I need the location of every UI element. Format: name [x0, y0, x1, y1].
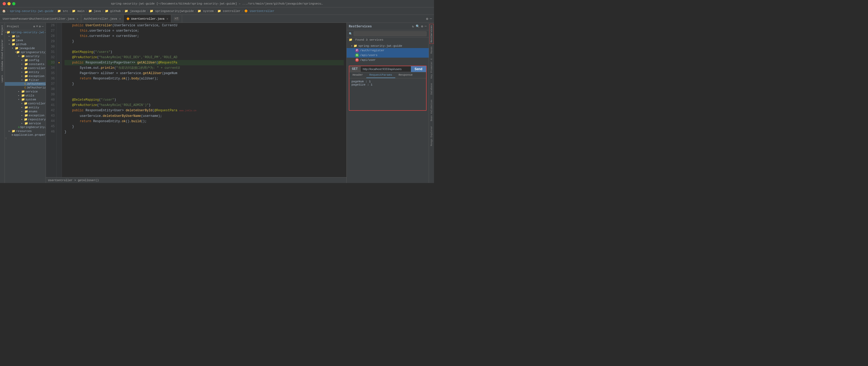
vtab-database[interactable]: Database	[430, 81, 433, 97]
settings-icon[interactable]: ⚙	[426, 17, 428, 21]
list-item[interactable]: ▾ 📁 javaguide	[5, 46, 45, 50]
folder-icon: 📁	[24, 118, 28, 121]
project-tab[interactable]: Project	[1, 23, 4, 37]
http-send-button[interactable]: Send	[411, 66, 426, 72]
list-item[interactable]: ▸ 📁 service	[5, 90, 45, 93]
minimize-panel-icon[interactable]: —	[430, 17, 432, 21]
breadcrumb-main[interactable]: 📁 main	[72, 9, 85, 13]
code-content[interactable]: public UserController(UserService userSe…	[62, 23, 346, 177]
list-item[interactable]: ▸ 📁 enums	[5, 110, 45, 114]
vtab-restservices[interactable]: RestServices	[430, 24, 434, 44]
maximize-button[interactable]	[12, 2, 16, 5]
list-item[interactable]: C JWTAuthorizationFilter	[5, 86, 45, 90]
list-item[interactable]: ▸ 📁 controller	[5, 66, 45, 70]
list-item[interactable]: ▾ 📁 filter	[5, 78, 45, 82]
folder-icon: 📁	[24, 114, 28, 117]
breadcrumb-github[interactable]: 📁 github	[105, 9, 121, 13]
list-item[interactable]: ▸ 📁 java	[5, 38, 45, 42]
minimize-button[interactable]	[7, 2, 11, 5]
breadcrumb-system[interactable]: 📁 system	[197, 9, 213, 13]
list-item[interactable]: ▸ 📁 exception	[5, 114, 45, 117]
tabs-actions: ⚙ —	[424, 15, 434, 23]
http-method-selector[interactable]: GET	[349, 66, 361, 72]
rest-endpoint-user[interactable]: D /api/user	[347, 58, 429, 62]
code-line-35: Page<User> allUser = userService.getAllU…	[64, 71, 344, 76]
list-item[interactable]: ▾ 📁 github	[5, 42, 45, 46]
alibaba-cloud-tab[interactable]: Alibaba Cloud Explorer	[1, 37, 4, 73]
breadcrumb-javaguide[interactable]: 📁 javaguide	[124, 9, 146, 13]
list-item[interactable]: ▸ 📁 exception	[5, 74, 45, 78]
list-item[interactable]: ▾ 📁 springsecurityjwtguide	[5, 50, 45, 54]
code-line-37: }	[64, 81, 344, 87]
list-item[interactable]: ▸ 📁 resources	[5, 129, 45, 133]
breadcrumb-java[interactable]: 📁 java	[88, 9, 101, 13]
folder-icon: 📁	[24, 70, 28, 74]
rest-tree-project[interactable]: ▾ 📁 spring-security-jwt-guide	[347, 43, 429, 48]
tree-item-label: enums	[29, 110, 37, 113]
list-item[interactable]: ▸ 📁 utils	[5, 93, 45, 97]
rest-tree: ▾ 📁 spring-security-jwt-guide P /auth/re…	[347, 42, 429, 63]
vtab-mongoexplorer[interactable]: Mongo Explorer	[430, 124, 433, 148]
settings-icon[interactable]: ⚙	[421, 25, 423, 28]
tab-authcontroller[interactable]: AuthController.java ✕	[81, 15, 124, 23]
vtab-beanvalidation[interactable]: Bean Validation	[430, 97, 433, 123]
tab-usercontroller[interactable]: 🔶 UserController.java ✕	[124, 15, 171, 23]
tab-usernamepassword[interactable]: UsernamePasswordAuthenticationFilter.jav…	[0, 15, 81, 23]
tab-file-icon: 🔶	[126, 17, 129, 21]
close-button[interactable]	[3, 2, 6, 5]
http-tab-response[interactable]: Response	[395, 72, 416, 78]
breadcrumb-springsecurity[interactable]: 📁 springsecurityjwtguide	[150, 9, 194, 13]
http-url-input[interactable]	[361, 66, 411, 72]
breadcrumb-item[interactable]: 🏠	[2, 9, 6, 13]
sidebar-gear-icon[interactable]: ⚙	[39, 25, 41, 28]
file-icon: C	[24, 83, 26, 86]
list-item[interactable]: ▸ 📁 controller	[5, 101, 45, 105]
list-item[interactable]: ▸ 📁 constants	[5, 62, 45, 66]
refresh-icon[interactable]: ↻	[412, 25, 414, 28]
list-item[interactable]: ▾ 📁 system	[5, 97, 45, 101]
rest-endpoint-users[interactable]: G /api/users	[347, 53, 429, 58]
tree-item-label: spring-security-jwt-guide	[11, 31, 45, 34]
breadcrumb-file[interactable]: 🔶 UserController	[244, 9, 274, 13]
folder-icon: 📁	[21, 55, 25, 58]
http-tab-header[interactable]: Header	[349, 72, 366, 78]
http-tab-requestparams[interactable]: RequestParams	[366, 72, 396, 78]
expand-arrow: ▸	[21, 114, 24, 117]
tree-item-label: javaguide	[19, 47, 35, 50]
rest-endpoint-register[interactable]: P /auth/register	[347, 48, 429, 53]
folder-icon: 📁	[24, 102, 28, 105]
list-item[interactable]: ▸ 📁 entity	[5, 70, 45, 74]
list-item[interactable]: ▾ 📁 security	[5, 54, 45, 58]
list-item[interactable]: ⚙ application.properties	[5, 133, 45, 137]
tab-more[interactable]: +7	[171, 15, 182, 23]
list-item[interactable]: A SpringSecurityJwtGuideApplication	[5, 125, 45, 129]
sidebar-add-icon[interactable]: ⊕	[33, 25, 35, 28]
folder-icon: 📁	[21, 94, 25, 97]
sidebar-title: Project	[7, 25, 19, 28]
rest-method-badge: G	[355, 53, 359, 57]
breadcrumb-project[interactable]: spring-security-jwt-guide	[10, 9, 54, 13]
search-icon[interactable]: 🔍	[416, 25, 420, 28]
list-item[interactable]: ▸ 📁 config	[5, 58, 45, 62]
rest-search-input[interactable]	[353, 31, 427, 36]
vtab-keypromoter[interactable]: Key Promoter X	[430, 56, 433, 81]
traffic-lights	[3, 2, 16, 5]
tab-close-icon[interactable]: ✕	[167, 17, 168, 21]
list-item[interactable]: ▸ 📁 entity	[5, 105, 45, 110]
breadcrumb-controller[interactable]: 📁 controller	[217, 9, 241, 13]
sidebar: Project ⊕ ≡ ⚙ — ▾ 📁 spring-security-jwt-…	[5, 23, 46, 183]
list-item[interactable]: ▸ 📁 service	[5, 121, 45, 125]
tab-close-icon[interactable]: ✕	[119, 17, 121, 21]
sidebar-settings-icon[interactable]: ≡	[36, 25, 38, 28]
breadcrumb-src[interactable]: 📁 src	[57, 9, 68, 13]
tree-root[interactable]: ▾ 📁 spring-security-jwt-guide	[5, 30, 45, 34]
learn-tab[interactable]: Learn	[1, 73, 4, 85]
tree-item-label: SpringSecurityJwtGuideApplication	[20, 126, 45, 129]
sidebar-minus-icon[interactable]: —	[42, 25, 43, 28]
list-item[interactable]: C JWTAuthenticationFilter	[5, 82, 45, 86]
minimize-icon[interactable]: —	[425, 25, 427, 28]
vtab-maven[interactable]: Maven	[430, 44, 433, 56]
list-item[interactable]: ▸ 📁 in	[5, 34, 45, 38]
list-item[interactable]: ▸ 📁 repository	[5, 117, 45, 121]
tab-close-icon[interactable]: ✕	[77, 17, 78, 21]
